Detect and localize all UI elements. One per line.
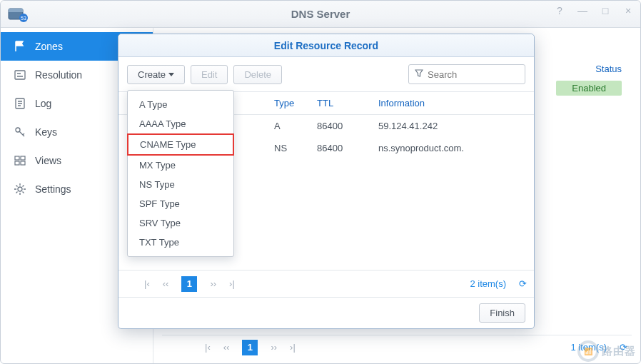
dropdown-item-ns[interactable]: NS Type [128,175,233,194]
create-dropdown-button[interactable]: Create [127,65,185,84]
page-prev-icon[interactable]: ‹‹ [223,342,230,353]
status-badge: Enabled [556,81,622,96]
svg-rect-1 [9,9,23,12]
cell-type: NS [274,143,317,153]
edit-resource-record-dialog: Edit Resource Record Create Edit Delete … [118,34,535,329]
chevron-down-icon [168,73,174,76]
search-input[interactable] [428,69,519,80]
dropdown-item-aaaa[interactable]: AAAA Type [128,114,233,133]
page-number[interactable]: 1 [242,340,258,355]
dialog-footer: Finish [118,297,534,328]
create-label: Create [138,69,166,80]
svg-rect-8 [21,156,25,160]
cell-info: ns.synoproduct.com. [378,143,534,153]
sidebar-item-label: Log [35,98,51,109]
window-controls: ? — □ × [550,4,637,18]
sidebar-item-label: Keys [35,126,57,138]
svg-rect-7 [15,156,19,160]
resolution-icon [14,69,26,81]
page-next-icon[interactable]: ›› [210,278,216,289]
gear-icon [14,183,26,196]
dropdown-item-txt[interactable]: TXT Type [128,233,233,252]
finish-button[interactable]: Finish [479,303,525,323]
page-prev-icon[interactable]: ‹‹ [163,278,169,289]
views-icon [14,154,26,167]
page-first-icon[interactable]: |‹ [144,278,150,289]
sidebar-item-label: Settings [35,183,71,195]
sidebar-item-label: Resolution [35,69,82,81]
sidebar-item-label: Zones [35,41,63,52]
flag-icon [14,40,26,53]
help-button[interactable]: ? [550,4,569,18]
filter-icon [415,68,423,81]
key-icon [14,126,26,138]
item-count: 2 item(s) [470,278,506,289]
dropdown-item-mx[interactable]: MX Type [128,156,233,175]
svg-rect-4 [15,71,25,79]
sidebar-item-label: Views [35,155,61,166]
col-ttl[interactable]: TTL [317,98,378,108]
create-type-dropdown: A Type AAAA Type CNAME Type MX Type NS T… [127,90,234,257]
page-last-icon[interactable]: ›| [229,278,235,289]
search-input-wrap[interactable] [408,64,525,84]
dropdown-item-cname[interactable]: CNAME Type [127,133,234,156]
item-count: 1 item(s) [570,342,607,353]
dropdown-item-spf[interactable]: SPF Type [128,194,233,213]
dropdown-item-a[interactable]: A Type [128,95,233,114]
cell-ttl: 86400 [317,121,378,131]
record-paginator: |‹ ‹‹ 1 ›› ›| 2 item(s) ⟳ [118,270,534,297]
page-next-icon[interactable]: ›› [271,342,277,353]
page-last-icon[interactable]: ›| [290,342,296,353]
svg-point-11 [18,187,22,191]
maximize-button[interactable]: □ [596,4,615,18]
svg-rect-9 [15,161,19,165]
edit-record-button[interactable]: Edit [191,65,228,84]
app-window: 53 DNS Server ? — □ × Zones Resolution L… [0,0,641,364]
col-info[interactable]: Information [378,98,534,108]
dialog-title: Edit Resource Record [118,34,534,57]
status-column-header[interactable]: Status [595,64,622,74]
app-icon: 53 [8,6,28,23]
window-title: DNS Server [1,8,640,20]
zones-paginator: |‹ ‹‹ 1 ›› ›| 1 item(s) ⟳ [162,335,632,359]
page-number[interactable]: 1 [181,276,197,292]
reload-icon[interactable]: ⟳ [519,278,527,289]
cell-info: 59.124.41.242 [378,121,534,131]
cell-type: A [274,121,317,131]
col-type[interactable]: Type [274,98,317,108]
svg-rect-10 [21,161,25,165]
svg-text:53: 53 [21,16,26,21]
minimize-button[interactable]: — [573,4,592,18]
reload-icon[interactable]: ⟳ [620,342,627,353]
cell-ttl: 86400 [317,143,378,153]
log-icon [14,97,26,110]
dialog-toolbar: Create Edit Delete A Type AAAA Type CNAM… [118,57,534,91]
dropdown-item-srv[interactable]: SRV Type [128,213,233,233]
close-button[interactable]: × [619,4,637,18]
page-first-icon[interactable]: |‹ [205,342,211,353]
delete-record-button[interactable]: Delete [233,65,282,84]
titlebar: 53 DNS Server ? — □ × [1,1,640,28]
